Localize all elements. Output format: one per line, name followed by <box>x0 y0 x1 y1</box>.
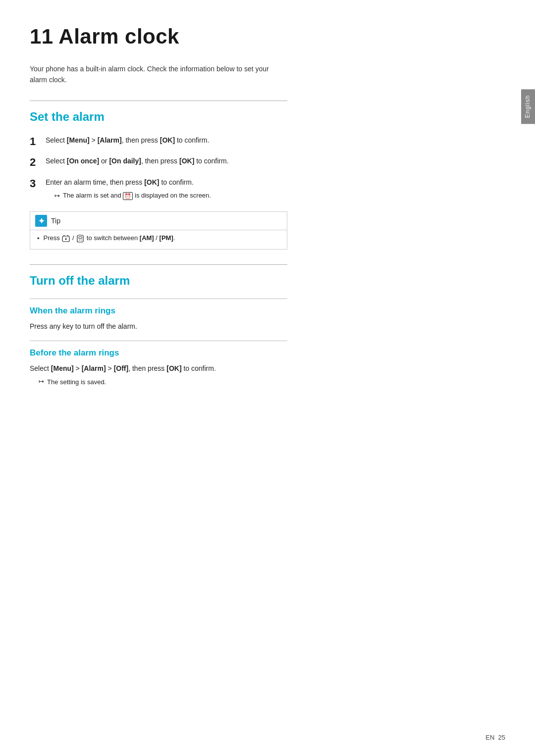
when-rings-heading: When the alarm rings <box>30 306 456 316</box>
tip-bullet-item: • Press / <box>37 233 280 244</box>
step-3-number: 3 <box>30 177 46 191</box>
set-alarm-steps: 1 Select [Menu] > [Alarm], then press [O… <box>30 135 456 202</box>
step-1: 1 Select [Menu] > [Alarm], then press [O… <box>30 135 287 149</box>
svg-rect-6 <box>79 237 82 239</box>
page-language: EN <box>485 734 494 741</box>
tip-star-icon: ✦ <box>35 215 47 227</box>
intro-text: Your phone has a built-in alarm clock. C… <box>30 63 277 86</box>
step-1-number: 1 <box>30 135 46 149</box>
set-alarm-divider <box>30 101 287 101</box>
tip-header: ✦ Tip <box>30 212 287 230</box>
tip-label: Tip <box>51 217 60 225</box>
set-alarm-heading: Set the alarm <box>30 110 456 124</box>
when-rings-divider <box>30 299 287 299</box>
step-1-content: Select [Menu] > [Alarm], then press [OK]… <box>46 135 287 146</box>
bullet-dot: • <box>37 234 40 244</box>
alarm-press-icon <box>61 234 70 243</box>
before-rings-divider <box>30 341 287 341</box>
language-side-tab: English <box>521 89 535 124</box>
before-rings-heading: Before the alarm rings <box>30 348 456 358</box>
step-2-content: Select [On once] or [On daily], then pre… <box>46 155 287 166</box>
tip-bullet-text: Press / to switch b <box>44 233 175 244</box>
svg-point-3 <box>65 238 67 240</box>
page-number: 25 <box>498 734 505 741</box>
before-rings-result: ↦ The setting is saved. <box>30 377 456 387</box>
step-3-content: Enter an alarm time, then press [OK] to … <box>46 177 287 202</box>
step-2-number: 2 <box>30 155 46 170</box>
alarm-clock-icon: ⏰ <box>123 192 133 200</box>
step-2: 2 Select [On once] or [On daily], then p… <box>30 155 287 170</box>
page-footer: EN 25 <box>485 734 505 741</box>
turn-off-alarm-heading: Turn off the alarm <box>30 274 456 288</box>
phone-press-icon <box>76 234 85 243</box>
before-rings-arrow-icon: ↦ <box>39 378 44 385</box>
when-rings-text: Press any key to turn off the alarm. <box>30 321 287 332</box>
turn-off-divider <box>30 264 287 265</box>
tip-content: • Press / <box>30 230 287 249</box>
step-3: 3 Enter an alarm time, then press [OK] t… <box>30 177 287 202</box>
before-rings-result-text: The setting is saved. <box>47 377 106 387</box>
chapter-title: 11 Alarm clock <box>30 25 456 49</box>
before-rings-text: Select [Menu] > [Alarm] > [Off], then pr… <box>30 363 287 374</box>
arrow-icon: ↦ <box>54 191 60 202</box>
step-3-result-text: The alarm is set and ⏰ is displayed on t… <box>63 191 211 201</box>
tip-box: ✦ Tip • Press / <box>30 211 287 250</box>
step-3-result: ↦ The alarm is set and ⏰ is displayed on… <box>46 191 287 202</box>
